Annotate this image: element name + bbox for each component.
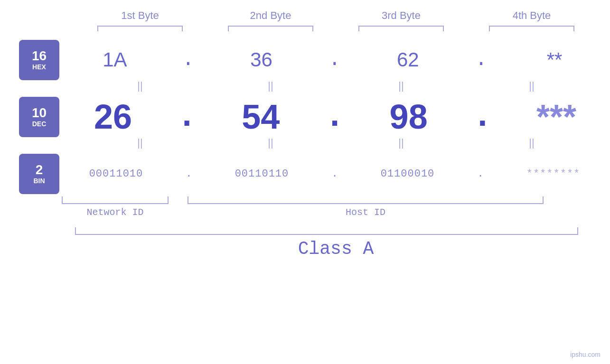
top-bracket-3	[358, 26, 444, 31]
bin-dot-1: .	[186, 168, 192, 180]
bin-dot-3: .	[477, 168, 483, 180]
dec-values: 26 . 54 . 98 . ***	[59, 97, 610, 136]
dec-val-2: 54	[213, 97, 308, 136]
byte-header-1: 1st Byte	[88, 9, 192, 22]
hex-dot-3: .	[475, 48, 487, 71]
class-bracket	[75, 227, 578, 235]
network-bracket	[62, 196, 169, 204]
eq-2-1: ||	[93, 137, 188, 149]
dec-val-4: ***	[509, 97, 604, 136]
bin-val-3: 01100010	[360, 168, 455, 180]
top-bracket-4	[489, 26, 574, 31]
hex-values: 1A . 36 . 62 . **	[59, 48, 610, 71]
class-label-row: Class A	[75, 239, 597, 259]
hex-row: 16 HEX 1A . 36 . 62 . **	[0, 41, 610, 79]
eq-1-2: ||	[223, 80, 318, 92]
watermark: ipshu.com	[570, 351, 601, 358]
dec-badge: 10 DEC	[19, 97, 59, 137]
bin-val-4: ********	[506, 168, 601, 180]
bin-val-1: 00011010	[68, 168, 163, 180]
dec-badge-number: 10	[32, 106, 47, 121]
bottom-section: Network ID Host ID	[0, 196, 610, 218]
top-bracket-2	[228, 26, 313, 31]
eq-2-4: ||	[484, 137, 579, 149]
byte-header-3: 3rd Byte	[349, 9, 453, 22]
hex-val-4: **	[507, 48, 602, 71]
eq-2-3: ||	[354, 137, 449, 149]
top-bracket-1	[97, 26, 183, 31]
dec-dot-1: .	[177, 97, 197, 136]
main-container: 1st Byte 2nd Byte 3rd Byte 4th Byte 16 H…	[0, 0, 610, 364]
hex-dot-2: .	[328, 48, 340, 71]
eq-1-1: ||	[93, 80, 188, 92]
hex-val-3: 62	[360, 48, 455, 71]
dec-row: 10 DEC 26 . 54 . 98 . ***	[0, 98, 610, 136]
class-bracket-container	[75, 227, 597, 235]
eq-2-2: ||	[223, 137, 318, 149]
dec-val-3: 98	[361, 97, 456, 136]
host-id-label: Host ID	[188, 207, 544, 218]
equals-row-2: || || || ||	[75, 136, 597, 150]
hex-badge-number: 16	[32, 49, 47, 64]
network-id-label: Network ID	[62, 207, 169, 218]
bin-badge: 2 BIN	[19, 154, 59, 194]
bracket-spacer	[169, 196, 178, 204]
eq-1-4: ||	[484, 80, 579, 92]
label-spacer	[169, 207, 178, 218]
bin-row: 2 BIN 00011010 . 00110110 . 01100010 . *…	[0, 155, 610, 193]
bin-dot-2: .	[331, 168, 338, 180]
bin-badge-number: 2	[36, 163, 43, 177]
byte-headers: 1st Byte 2nd Byte 3rd Byte 4th Byte	[75, 9, 597, 22]
dec-dot-2: .	[324, 97, 345, 136]
bin-val-2: 00110110	[214, 168, 309, 180]
bottom-labels-row: Network ID Host ID	[62, 207, 584, 218]
dec-val-1: 26	[66, 97, 160, 136]
equals-row-1: || || || ||	[75, 79, 597, 93]
bottom-bracket-row	[62, 196, 584, 204]
hex-val-2: 36	[214, 48, 309, 71]
hex-dot-1: .	[182, 48, 194, 71]
eq-1-3: ||	[354, 80, 449, 92]
hex-badge-label: HEX	[32, 63, 46, 71]
hex-badge: 16 HEX	[19, 40, 59, 80]
hex-val-1: 1A	[67, 48, 162, 71]
host-bracket	[188, 196, 544, 204]
bin-values: 00011010 . 00110110 . 01100010 . *******…	[59, 168, 610, 180]
byte-header-4: 4th Byte	[479, 9, 584, 22]
bin-badge-label: BIN	[33, 177, 45, 185]
dec-badge-label: DEC	[32, 120, 47, 128]
class-a-label: Class A	[298, 239, 374, 259]
byte-header-2: 2nd Byte	[218, 9, 323, 22]
dec-dot-3: .	[472, 97, 493, 136]
top-bracket-row	[75, 26, 597, 31]
